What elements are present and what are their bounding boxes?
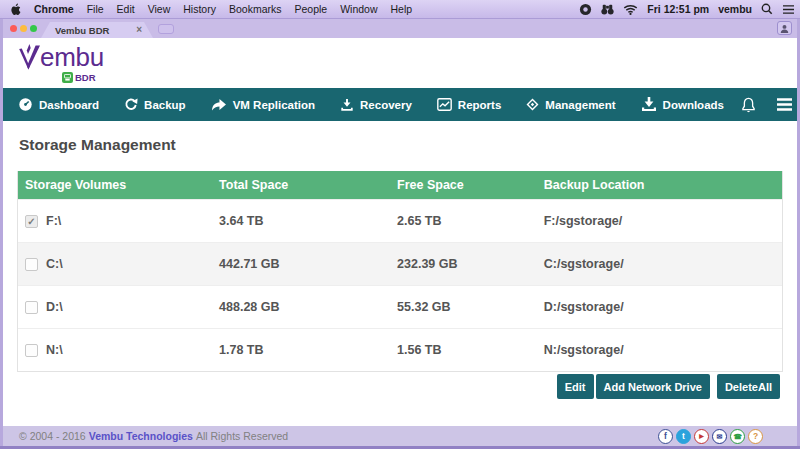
nav-dashboard[interactable]: Dashboard (18, 97, 99, 112)
free-space-value: 1.56 TB (390, 343, 537, 357)
spotlight-search-icon[interactable] (761, 3, 773, 15)
volume-name: C:\ (46, 257, 63, 271)
menubar-item-file[interactable]: File (87, 3, 104, 15)
col-storage-volumes: Storage Volumes (18, 178, 212, 192)
table-row: C:\ 442.71 GB 232.39 GB C:/sgstorage/ (18, 242, 782, 285)
page-footer: © 2004 - 2016 Vembu Technologies All Rig… (3, 426, 797, 446)
bdr-badge-icon (62, 72, 73, 83)
row-checkbox[interactable] (25, 344, 38, 357)
minimize-window-button[interactable] (20, 25, 27, 32)
page-title: Storage Management (19, 136, 797, 154)
free-space-value: 55.32 GB (390, 300, 537, 314)
recovery-icon (340, 98, 354, 112)
menubar-item-bookmarks[interactable]: Bookmarks (229, 3, 282, 15)
nav-vm-replication[interactable]: VM Replication (211, 98, 315, 111)
browser-window: Vembu BDR × embu BDR (3, 19, 797, 446)
volume-name: N:\ (46, 343, 63, 357)
notification-center-icon[interactable] (782, 4, 795, 15)
nav-reports[interactable]: Reports (437, 98, 501, 111)
wifi-status-icon[interactable] (623, 4, 638, 15)
backup-location-value: N:/sgstorage/ (537, 343, 782, 357)
col-backup-location: Backup Location (537, 178, 782, 192)
company-link[interactable]: Vembu Technologies (89, 430, 193, 442)
total-space-value: 1.78 TB (212, 343, 390, 357)
phone-icon[interactable]: ☎ (730, 429, 745, 444)
main-nav: Dashboard Backup VM Replication Recovery… (3, 88, 797, 121)
email-icon[interactable]: ✉ (712, 429, 727, 444)
free-space-value: 2.65 TB (390, 214, 537, 228)
menubar-clock[interactable]: Fri 12:51 pm (647, 3, 709, 15)
new-tab-button[interactable] (158, 24, 174, 34)
backup-location-value: F:/sgstorage/ (537, 214, 782, 228)
free-space-value: 232.39 GB (390, 257, 537, 271)
nav-management[interactable]: Management (526, 98, 615, 111)
tab-close-icon[interactable]: × (136, 25, 142, 35)
social-icons: f t ▶ ✉ ☎ ? (658, 429, 763, 444)
zoom-window-button[interactable] (30, 25, 37, 32)
row-checkbox[interactable] (25, 301, 38, 314)
table-row: F:\ 3.64 TB 2.65 TB F:/sgstorage/ (18, 199, 782, 242)
nav-backup[interactable]: Backup (124, 98, 186, 112)
nav-recovery[interactable]: Recovery (340, 98, 412, 112)
total-space-value: 488.28 GB (212, 300, 390, 314)
delete-all-button[interactable]: DeleteAll (717, 374, 780, 399)
vembu-logo-text: embu (40, 44, 104, 70)
storage-table-header: Storage Volumes Total Space Free Space B… (18, 171, 782, 199)
vembu-v-mark (16, 43, 42, 71)
total-space-value: 3.64 TB (212, 214, 390, 228)
table-actions: Edit Add Network Drive DeleteAll (20, 374, 780, 399)
menubar-item-window[interactable]: Window (340, 3, 377, 15)
table-row: N:\ 1.78 TB 1.56 TB N:/sgstorage/ (18, 328, 782, 371)
tab-title: Vembu BDR (55, 25, 136, 36)
twitter-icon[interactable]: t (676, 429, 691, 444)
menubar-item-people[interactable]: People (294, 3, 327, 15)
binoculars-status-icon[interactable] (601, 4, 614, 15)
total-space-value: 442.71 GB (212, 257, 390, 271)
browser-tabbar: Vembu BDR × (3, 19, 797, 38)
menubar-user[interactable]: vembu (718, 3, 752, 15)
row-checkbox[interactable] (25, 215, 38, 228)
menubar-app-name[interactable]: Chrome (34, 3, 74, 15)
help-icon[interactable]: ? (748, 429, 763, 444)
page-content: embu BDR Dashboard Backup VM Replication (3, 38, 797, 446)
volume-name: D:\ (46, 300, 63, 314)
volume-name: F:\ (46, 214, 61, 228)
facebook-icon[interactable]: f (658, 429, 673, 444)
storage-table: Storage Volumes Total Space Free Space B… (17, 171, 783, 372)
col-total-space: Total Space (212, 178, 390, 192)
dashboard-icon (18, 97, 33, 112)
backup-location-value: C:/sgstorage/ (537, 257, 782, 271)
logo-area: embu BDR (3, 38, 797, 88)
menubar-item-view[interactable]: View (148, 3, 171, 15)
menubar-item-history[interactable]: History (183, 3, 216, 15)
lens-status-icon[interactable] (579, 3, 592, 16)
vembu-logo[interactable]: embu (16, 43, 104, 71)
copyright-prefix: © 2004 - 2016 (19, 430, 86, 442)
menubar-item-edit[interactable]: Edit (117, 3, 135, 15)
browser-profile-icon[interactable] (777, 21, 792, 35)
copyright-suffix: All Rights Reserved (196, 430, 288, 442)
close-window-button[interactable] (10, 25, 17, 32)
table-row: D:\ 488.28 GB 55.32 GB D:/sgstorage/ (18, 285, 782, 328)
row-checkbox[interactable] (25, 258, 38, 271)
backup-icon (124, 98, 138, 112)
vm-replication-icon (211, 98, 227, 111)
reports-icon (437, 98, 452, 111)
backup-location-value: D:/sgstorage/ (537, 300, 782, 314)
menubar-item-help[interactable]: Help (391, 3, 413, 15)
management-icon (526, 98, 539, 111)
downloads-icon (641, 97, 657, 112)
nav-downloads[interactable]: Downloads (641, 97, 724, 112)
add-network-drive-button[interactable]: Add Network Drive (596, 374, 710, 399)
notifications-bell-icon[interactable] (741, 97, 756, 113)
edit-button[interactable]: Edit (557, 374, 594, 399)
apple-icon[interactable] (10, 3, 21, 16)
macos-menubar: Chrome File Edit View History Bookmarks … (0, 0, 800, 19)
browser-tab[interactable]: Vembu BDR × (41, 22, 153, 38)
bdr-badge-label: BDR (75, 72, 96, 83)
col-free-space: Free Space (390, 178, 537, 192)
menu-hamburger-icon[interactable] (776, 98, 793, 111)
bdr-badge: BDR (62, 72, 96, 83)
youtube-icon[interactable]: ▶ (694, 429, 709, 444)
